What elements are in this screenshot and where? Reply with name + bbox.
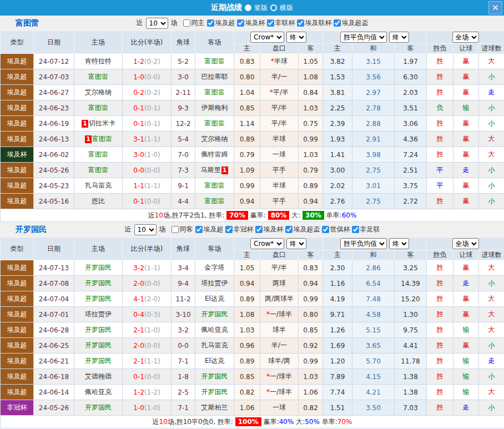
col-header: 比分(半场)	[123, 31, 172, 54]
away-team-name: 富图雷	[205, 119, 225, 127]
away-team-name: 佩哈亚克	[201, 326, 228, 334]
league-filter[interactable]: 世俱杯	[320, 225, 350, 234]
avg-type-select[interactable]: 胜平负均值	[340, 32, 387, 43]
summary-segment: 单率:	[324, 211, 342, 219]
odds-period-select[interactable]: 终	[286, 238, 306, 249]
recent-count-select[interactable]: 10	[146, 18, 168, 29]
league-filter[interactable]: 埃及联杯	[295, 18, 332, 28]
avg-period-select[interactable]: 终	[389, 238, 409, 249]
header-row-selects: 类型 日期 主场 比分(半场) 角球 客场 Crow* 终 胜平负均值 终	[1, 31, 504, 44]
same-venue-checkbox[interactable]	[183, 19, 190, 27]
col-header: 角球	[172, 238, 195, 260]
avg-home-cell: 2.39	[323, 116, 352, 132]
match-row: 埃及超24-07-01塔拉贾伊0-4(0-3)3-10开罗国民1.08*一/球半…	[1, 307, 504, 322]
league-checkbox[interactable]	[267, 19, 274, 27]
odds-period-select[interactable]: 终	[286, 32, 306, 43]
match-league-cell: 埃及超	[1, 369, 34, 385]
match-date-cell: 24-06-21	[34, 354, 74, 369]
league-filter-label: 埃及超盃	[294, 225, 320, 234]
league-filter[interactable]: 非足联	[350, 225, 380, 234]
recent-count-select[interactable]: 10	[134, 224, 157, 235]
avg-away-cell: 11.78	[395, 354, 427, 369]
home-odds-cell: 1.03	[234, 322, 260, 338]
league-checkbox[interactable]	[195, 226, 203, 233]
avg-period-select[interactable]: 终	[389, 32, 409, 43]
half-time-score: (0-1)	[144, 104, 160, 112]
half-time-score: (0-0)	[144, 280, 160, 287]
league-checkbox[interactable]	[207, 19, 214, 27]
league-filter-label: 埃及联杯	[305, 18, 332, 28]
home-team-cell: 佩哈亚克	[74, 385, 123, 400]
summary-segment: 10	[159, 418, 168, 426]
layout-radio-horizontal[interactable]	[270, 4, 277, 11]
league-filter-label: 非足联	[360, 225, 380, 234]
match-row: 埃及超24-05-23扎马雷克1-1(1-1)9-1富图雷0.99半球0.892…	[1, 178, 504, 194]
scope-select[interactable]: 全场	[452, 32, 479, 43]
league-filter[interactable]: 非联杯	[265, 18, 295, 28]
league-checkbox[interactable]	[297, 19, 304, 27]
goals-result-cell: 大	[479, 322, 504, 338]
handicap-cell: *半球	[260, 54, 299, 69]
league-checkbox[interactable]	[285, 226, 293, 233]
layout-horizontal-label[interactable]: 横版	[280, 3, 293, 13]
scope-select[interactable]: 全场	[452, 238, 479, 249]
away-team-cell: 佩哈亚克	[195, 322, 234, 338]
away-odds-cell: 0.85	[299, 322, 323, 338]
score-cell: 0-2(0-2)	[123, 85, 172, 100]
goals-result-cell: 大	[479, 291, 504, 307]
league-filter[interactable]: 埃及超盃	[332, 18, 369, 28]
league-filter[interactable]: 非冠杯	[224, 225, 254, 234]
league-filter[interactable]: 埃及杯	[235, 18, 265, 28]
home-odds-cell: 0.79	[234, 147, 260, 163]
same-venue-filter[interactable]: 同主	[182, 18, 205, 28]
col-header: 主场	[74, 31, 123, 54]
avg-type-select[interactable]: 胜平负均值	[340, 238, 387, 249]
league-checkbox[interactable]	[255, 226, 263, 233]
close-button[interactable]: ✕	[488, 1, 502, 14]
league-checkbox[interactable]	[225, 226, 233, 233]
league-checkbox[interactable]	[322, 226, 329, 233]
avg-draw-cell: 2.75	[352, 194, 395, 209]
handicap-value: 半/一	[271, 73, 287, 80]
corner-cell: 1-8	[172, 369, 195, 385]
match-date-cell: 24-06-18	[34, 369, 74, 385]
league-checkbox[interactable]	[334, 19, 341, 27]
league-filter[interactable]: 埃及超	[205, 18, 235, 28]
corner-cell: 3-2	[172, 322, 195, 338]
league-filter[interactable]: 埃及超盃	[284, 225, 320, 234]
subcol-header: 主	[323, 250, 352, 260]
league-checkbox[interactable]	[237, 19, 244, 27]
full-time-score: 2-1	[133, 326, 144, 334]
away-team-name: 开罗国民	[201, 310, 228, 318]
odds-company-select[interactable]: Crow*	[250, 32, 284, 43]
league-filter[interactable]: 埃及杯	[254, 225, 284, 234]
layout-vertical-label[interactable]: 竖版	[254, 3, 268, 13]
goals-result-cell: 大	[479, 307, 504, 322]
away-team-cell: 开罗国民	[195, 307, 234, 322]
away-team-cell: El达克	[195, 291, 234, 307]
away-team-cell: 富图雷	[195, 116, 234, 132]
score-cell: 1-1(1-1)	[123, 178, 172, 194]
home-team-cell: 富图雷	[74, 100, 123, 116]
home-team-name: 富图雷	[88, 150, 108, 158]
same-venue-filter[interactable]: 同客	[170, 225, 193, 234]
away-odds-cell: 0.75	[299, 116, 323, 132]
league-checkbox[interactable]	[352, 226, 359, 233]
home-team-name: 开罗国民	[85, 279, 112, 287]
match-league-cell: 埃及超	[1, 69, 34, 85]
result-cell: 胜	[427, 194, 453, 209]
league-filter[interactable]: 埃及超	[194, 225, 224, 234]
home-team-cell: 开罗国民	[74, 291, 123, 307]
same-venue-checkbox[interactable]	[172, 226, 179, 233]
home-odds-cell: 0.89	[234, 132, 260, 147]
avg-away-cell: 14.39	[395, 276, 427, 291]
match-row: 埃及超24-06-21开罗国民2-1(1-1)7-1El达克0.89球半/两0.…	[1, 354, 504, 369]
result-cell: 负	[427, 100, 453, 116]
home-odds-cell: 0.82	[234, 385, 260, 400]
avg-away-cell: 7.03	[395, 400, 427, 416]
away-odds-cell: 1.03	[299, 369, 323, 385]
odds-company-select[interactable]: Crow*	[250, 238, 284, 249]
layout-radio-vertical[interactable]	[245, 4, 251, 11]
half-time-score: (0-2)	[144, 58, 160, 65]
home-team-name: 开罗国民	[85, 264, 112, 271]
